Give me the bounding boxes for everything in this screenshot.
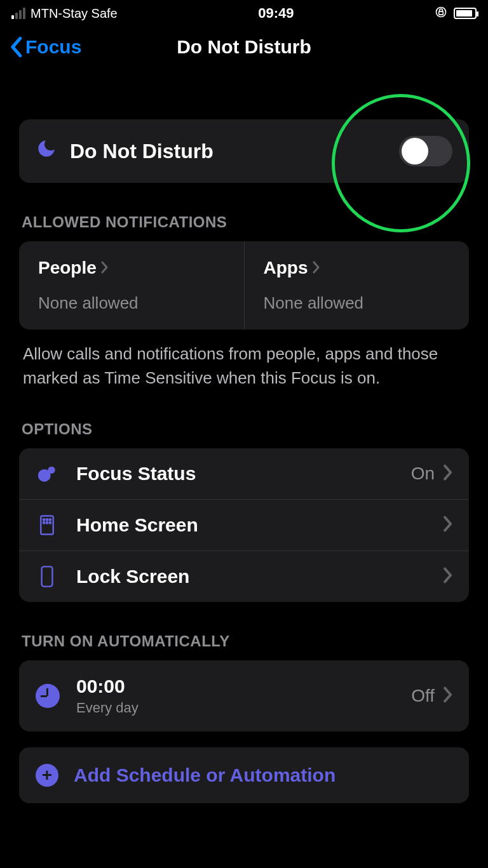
- focus-status-row[interactable]: Focus Status On: [19, 448, 469, 499]
- svg-point-5: [43, 519, 44, 521]
- options-header: OPTIONS: [22, 420, 466, 438]
- allowed-header: ALLOWED NOTIFICATIONS: [22, 213, 466, 231]
- schedule-sub: Every day: [76, 700, 411, 716]
- status-bar: MTN-Stay Safe 09:49: [0, 0, 488, 25]
- moon-icon: [36, 138, 57, 164]
- chevron-right-icon: [442, 567, 452, 586]
- schedule-card: 00:00 Every day Off: [19, 660, 469, 731]
- svg-point-7: [50, 519, 51, 521]
- rotation-lock-icon: [435, 6, 447, 22]
- schedule-row[interactable]: 00:00 Every day Off: [19, 660, 469, 731]
- svg-point-8: [43, 523, 44, 524]
- options-card: Focus Status On Home Screen Lock Screen: [19, 448, 469, 602]
- chevron-right-icon: [100, 258, 108, 278]
- focus-status-value: On: [411, 464, 435, 484]
- svg-rect-11: [42, 567, 53, 587]
- apps-sub: None allowed: [264, 293, 451, 313]
- plus-icon: +: [36, 764, 58, 787]
- svg-point-9: [46, 523, 48, 524]
- dnd-toggle-row[interactable]: Do Not Disturb: [19, 119, 469, 183]
- svg-point-6: [46, 519, 48, 521]
- schedule-state: Off: [411, 686, 435, 706]
- add-schedule-row[interactable]: + Add Schedule or Automation: [19, 747, 469, 803]
- people-sub: None allowed: [38, 293, 225, 313]
- chevron-right-icon: [312, 258, 320, 278]
- status-time: 09:49: [258, 5, 294, 22]
- add-schedule-label: Add Schedule or Automation: [74, 765, 336, 786]
- lock-screen-icon: [36, 565, 58, 588]
- back-label: Focus: [25, 36, 81, 58]
- chevron-right-icon: [442, 464, 452, 483]
- apps-label: Apps: [264, 258, 308, 278]
- carrier-label: MTN-Stay Safe: [30, 6, 118, 21]
- back-button[interactable]: Focus: [9, 36, 81, 58]
- lock-screen-label: Lock Screen: [76, 566, 442, 587]
- clock-icon: [36, 684, 60, 708]
- allowed-notifications-card: People None allowed Apps None allowed: [19, 241, 469, 330]
- home-screen-label: Home Screen: [76, 514, 442, 536]
- chevron-right-icon: [442, 686, 452, 705]
- dnd-label: Do Not Disturb: [70, 140, 399, 163]
- focus-status-label: Focus Status: [76, 463, 411, 484]
- people-label: People: [38, 258, 97, 278]
- people-cell[interactable]: People None allowed: [19, 241, 244, 330]
- svg-rect-1: [439, 11, 444, 15]
- apps-cell[interactable]: Apps None allowed: [244, 241, 470, 330]
- home-screen-row[interactable]: Home Screen: [19, 499, 469, 551]
- chevron-right-icon: [442, 516, 452, 535]
- home-screen-icon: [36, 514, 58, 537]
- nav-header: Focus Do Not Disturb: [0, 25, 488, 69]
- schedule-time: 00:00: [76, 676, 411, 697]
- dnd-toggle[interactable]: [399, 136, 452, 166]
- signal-icon: [11, 8, 25, 19]
- page-title: Do Not Disturb: [177, 36, 311, 58]
- focus-status-icon: [36, 462, 58, 485]
- svg-point-10: [50, 523, 51, 524]
- allowed-footer: Allow calls and notifications from peopl…: [19, 330, 469, 390]
- svg-point-3: [48, 467, 55, 474]
- lock-screen-row[interactable]: Lock Screen: [19, 551, 469, 602]
- auto-header: TURN ON AUTOMATICALLY: [22, 632, 466, 650]
- battery-icon: [454, 8, 477, 19]
